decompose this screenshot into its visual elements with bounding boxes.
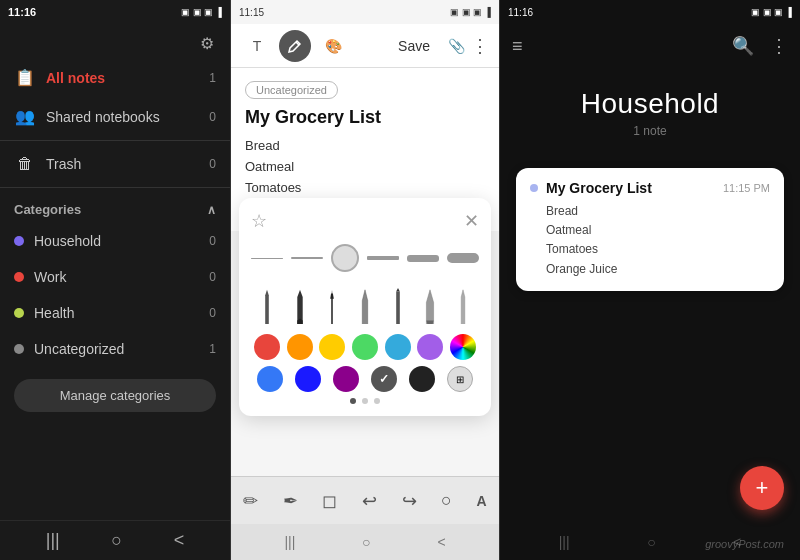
household-count: 0 xyxy=(209,234,216,248)
divider-2 xyxy=(0,187,230,188)
color-purple[interactable] xyxy=(417,334,443,360)
page-dot-3[interactable] xyxy=(374,398,380,404)
trash-label: Trash xyxy=(46,156,209,172)
color-rainbow[interactable] xyxy=(450,334,476,360)
cat-uncategorized[interactable]: Uncategorized 1 xyxy=(0,331,230,367)
uncategorized-dot xyxy=(14,344,24,354)
settings-icon[interactable]: ⚙ xyxy=(196,32,218,54)
nav-back-icon[interactable]: < xyxy=(174,530,185,551)
nav-back-mid[interactable]: < xyxy=(437,534,445,550)
more-options-icon[interactable]: ⋮ xyxy=(770,35,788,57)
pen-type-3[interactable] xyxy=(318,284,346,324)
category-title: Household xyxy=(500,88,800,120)
health-count: 0 xyxy=(209,306,216,320)
chevron-icon[interactable]: ∧ xyxy=(207,203,216,217)
undo-icon[interactable]: ↩ xyxy=(362,490,377,512)
favorite-icon[interactable]: ☆ xyxy=(251,210,267,232)
panel-mid: 11:15 ▣ ▣ ▣ ▐ T 🎨 Save 📎 ⋮ Uncategorized… xyxy=(230,0,500,560)
stroke-thin xyxy=(251,258,283,259)
color-yellow[interactable] xyxy=(319,334,345,360)
manage-categories-button[interactable]: Manage categories xyxy=(14,379,216,412)
stroke-selector[interactable] xyxy=(331,244,359,272)
nav-menu-right[interactable]: ||| xyxy=(559,534,570,550)
uncategorized-count: 1 xyxy=(209,342,216,356)
close-picker-icon[interactable]: ✕ xyxy=(464,210,479,232)
pen-type-7[interactable] xyxy=(449,284,477,324)
shared-notebooks-count: 0 xyxy=(209,110,216,124)
page-dot-2[interactable] xyxy=(362,398,368,404)
pencil-tool-icon[interactable]: ✏ xyxy=(243,490,258,512)
text-insert-icon[interactable]: A xyxy=(477,493,487,509)
cat-work[interactable]: Work 0 xyxy=(0,259,230,295)
mid-bottom-toolbar: ✏ ✒ ◻ ↩ ↪ ○ A xyxy=(231,476,499,524)
category-title-area: Household 1 note xyxy=(500,68,800,168)
note-card[interactable]: My Grocery List 11:15 PM Bread Oatmeal T… xyxy=(516,168,784,291)
note-title: My Grocery List xyxy=(245,107,485,128)
color-black[interactable] xyxy=(409,366,435,392)
color-grid[interactable]: ⊞ xyxy=(447,366,473,392)
text-tool-button[interactable]: T xyxy=(241,30,273,62)
pen-tool-button[interactable] xyxy=(279,30,311,62)
color-dark-blue[interactable] xyxy=(295,366,321,392)
save-button[interactable]: Save xyxy=(392,38,436,54)
color-row-1 xyxy=(251,334,479,360)
color-row-2: ⊞ xyxy=(251,366,479,392)
pen-picker-header: ☆ ✕ xyxy=(251,210,479,232)
note-card-time: 11:15 PM xyxy=(723,182,770,194)
nav-home-mid[interactable]: ○ xyxy=(362,534,370,550)
more-button[interactable]: ⋮ xyxy=(471,35,489,57)
redo-icon[interactable]: ↪ xyxy=(402,490,417,512)
color-dark-purple[interactable] xyxy=(333,366,359,392)
search-icon[interactable]: 🔍 xyxy=(732,35,754,57)
stroke-thick xyxy=(407,255,439,262)
svg-marker-2 xyxy=(396,288,400,292)
cat-health[interactable]: Health 0 xyxy=(0,295,230,331)
fab-add-button[interactable]: + xyxy=(740,466,784,510)
color-green[interactable] xyxy=(352,334,378,360)
color-red[interactable] xyxy=(254,334,280,360)
color-dark-gray[interactable] xyxy=(371,366,397,392)
pen-type-5[interactable] xyxy=(384,284,412,324)
page-dot-1[interactable] xyxy=(350,398,356,404)
color-blue[interactable] xyxy=(257,366,283,392)
note-card-body: Bread Oatmeal Tomatoes Orange Juice xyxy=(546,202,770,279)
cat-household[interactable]: Household 0 xyxy=(0,223,230,259)
pen-type-6[interactable] xyxy=(416,284,444,324)
status-icons-left: ▣ ▣ ▣ ▐ xyxy=(181,7,222,17)
bottom-nav-left: ||| ○ < xyxy=(0,520,230,560)
pen-type-1[interactable] xyxy=(253,284,281,324)
health-dot xyxy=(14,308,24,318)
attach-button[interactable]: 📎 xyxy=(448,38,465,54)
uncategorized-label: Uncategorized xyxy=(34,341,209,357)
pen-type-4[interactable] xyxy=(351,284,379,324)
divider-1 xyxy=(0,140,230,141)
card-line-1: Bread xyxy=(546,202,770,221)
note-line-2: Oatmeal xyxy=(245,157,485,178)
nav-trash[interactable]: 🗑 Trash 0 xyxy=(0,145,230,183)
color-cyan[interactable] xyxy=(385,334,411,360)
palette-tool-button[interactable]: 🎨 xyxy=(317,30,349,62)
trash-icon: 🗑 xyxy=(14,155,36,173)
lasso-icon[interactable]: ○ xyxy=(441,490,452,511)
menu-icon[interactable]: ≡ xyxy=(512,36,523,57)
status-bar-left: 11:16 ▣ ▣ ▣ ▐ xyxy=(0,0,230,24)
card-line-4: Orange Juice xyxy=(546,260,770,279)
nav-shared-notebooks[interactable]: 👥 Shared notebooks 0 xyxy=(0,97,230,136)
status-icons-right: ▣ ▣ ▣ ▐ xyxy=(751,7,792,17)
note-tag[interactable]: Uncategorized xyxy=(245,81,338,99)
status-icons-mid: ▣ ▣ ▣ ▐ xyxy=(450,7,491,17)
all-notes-count: 1 xyxy=(209,71,216,85)
eraser-tool-icon[interactable]: ◻ xyxy=(322,490,337,512)
note-area: Uncategorized My Grocery List Bread Oatm… xyxy=(231,68,499,476)
nav-menu-icon[interactable]: ||| xyxy=(46,530,60,551)
panel-right: 11:16 ▣ ▣ ▣ ▐ ≡ 🔍 ⋮ Household 1 note My … xyxy=(500,0,800,560)
pen-picker-overlay: ☆ ✕ xyxy=(239,198,491,416)
pen-tool-icon[interactable]: ✒ xyxy=(283,490,298,512)
nav-home-icon[interactable]: ○ xyxy=(111,530,122,551)
nav-home-right[interactable]: ○ xyxy=(647,534,655,550)
pen-type-2[interactable] xyxy=(286,284,314,324)
nav-menu-mid[interactable]: ||| xyxy=(284,534,295,550)
nav-all-notes[interactable]: 📋 All notes 1 xyxy=(0,58,230,97)
all-notes-label: All notes xyxy=(46,70,209,86)
color-orange[interactable] xyxy=(287,334,313,360)
